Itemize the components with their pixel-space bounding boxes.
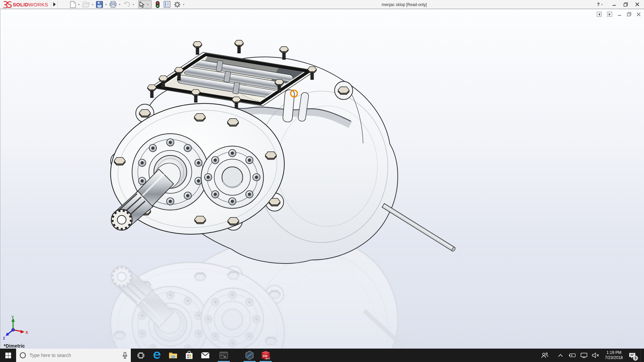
microphone-icon[interactable] <box>122 352 127 359</box>
titlebar: SOLIDWORKS ▼ ▼ ▼ <box>0 0 644 9</box>
window-controls: ? ▼ <box>597 2 640 7</box>
new-document-button[interactable] <box>69 0 77 8</box>
hexagon-app-icon <box>245 351 254 360</box>
file-properties-icon <box>164 1 170 8</box>
store-icon <box>185 351 193 360</box>
network-icon <box>580 353 588 358</box>
cmd-icon-text: C:\ <box>221 354 224 357</box>
quick-access-toolbar: ▼ ▼ ▼ ▼ <box>69 0 187 8</box>
rebuild-traffic-light-icon <box>156 1 160 8</box>
undo-button[interactable] <box>122 0 131 8</box>
file-properties-button[interactable] <box>163 0 171 8</box>
mail-button[interactable] <box>200 349 211 362</box>
store-button[interactable] <box>184 349 195 362</box>
tray-date: 7/23/2018 <box>605 355 623 360</box>
file-explorer-icon <box>169 352 177 359</box>
chevron-up-icon <box>558 354 563 357</box>
cortana-icon <box>19 352 26 359</box>
mail-icon <box>201 352 210 359</box>
clock[interactable]: 1:19 PM 7/23/2018 <box>604 350 624 360</box>
x-axis-label: X <box>25 330 28 335</box>
gearbox-3d-canvas[interactable] <box>0 9 644 348</box>
tray-time: 1:19 PM <box>605 350 623 355</box>
left-pane-arrow-icon <box>598 13 600 16</box>
options-gear-icon <box>174 1 181 8</box>
taskbar: C:\ SW 2017 <box>0 349 644 362</box>
doc-minimize-icon[interactable] <box>618 12 622 16</box>
undo-arrow-icon <box>123 1 130 7</box>
save-floppy-icon <box>96 1 103 8</box>
file-explorer-button[interactable] <box>168 349 178 362</box>
x-axis-arrow <box>20 330 24 334</box>
new-dropdown-arrow[interactable]: ▼ <box>78 3 80 6</box>
z-axis-label: Z <box>3 337 5 340</box>
people-button[interactable] <box>541 349 548 362</box>
taskbar-search[interactable] <box>16 349 131 362</box>
undo-dropdown-arrow[interactable]: ▼ <box>132 3 135 6</box>
search-input[interactable] <box>30 353 119 358</box>
restore-icon <box>624 2 628 7</box>
print-button[interactable] <box>109 0 117 8</box>
options-dropdown-arrow[interactable]: ▼ <box>182 3 185 6</box>
menu-expand-arrow-icon <box>53 2 56 6</box>
doc-restore-icon[interactable] <box>627 12 631 16</box>
save-dropdown-arrow[interactable]: ▼ <box>105 3 107 6</box>
rebuild-button[interactable] <box>155 0 160 8</box>
close-button[interactable] <box>635 2 639 6</box>
show-right-pane-button[interactable] <box>607 12 612 17</box>
menu-expand-button[interactable] <box>51 1 58 8</box>
select-button[interactable]: ▼ <box>138 0 152 8</box>
open-button[interactable] <box>82 0 90 8</box>
edge-button[interactable] <box>152 349 162 362</box>
network-button[interactable] <box>580 349 588 362</box>
battery-charging-icon <box>569 353 576 358</box>
sw-icon-year: 2017 <box>266 358 270 360</box>
print-dropdown-arrow[interactable]: ▼ <box>118 3 121 6</box>
document-title: menjac sklop [Read-only] <box>382 0 427 9</box>
solidworks-taskbar-button[interactable]: SW 2017 <box>260 349 271 362</box>
system-tray: 1:19 PM 7/23/2018 3 <box>541 349 642 362</box>
volume-button[interactable] <box>592 349 599 362</box>
open-dropdown-arrow[interactable]: ▼ <box>91 3 94 6</box>
solidworks-logo-text: SOLIDWORKS <box>13 2 48 7</box>
triad-origin <box>12 328 15 331</box>
print-icon <box>109 1 117 8</box>
options-button[interactable] <box>173 0 181 8</box>
document-window-controls <box>597 12 641 17</box>
solidworks-2017-icon: SW 2017 <box>261 351 270 360</box>
people-icon <box>541 352 548 358</box>
action-center-button[interactable]: 3 <box>629 349 636 362</box>
show-desktop-button[interactable] <box>640 349 642 362</box>
notification-badge: 3 <box>633 356 638 361</box>
task-view-button[interactable] <box>136 349 146 362</box>
hidden-icons-button[interactable] <box>557 349 564 362</box>
minimize-button[interactable] <box>612 2 616 6</box>
command-prompt-icon: C:\ <box>219 352 228 359</box>
help-dropdown-arrow[interactable]: ▼ <box>601 3 603 6</box>
view-orientation-label: *Dimetric <box>4 343 25 349</box>
save-button[interactable] <box>95 0 104 8</box>
battery-button[interactable] <box>569 349 576 362</box>
gearbox-model[interactable] <box>103 40 456 263</box>
start-button[interactable] <box>0 349 16 362</box>
right-pane-arrow-icon <box>608 13 611 16</box>
show-left-pane-button[interactable] <box>597 12 602 17</box>
orientation-triad[interactable]: Y X Z <box>2 315 30 341</box>
restore-button[interactable] <box>624 2 628 7</box>
edge-icon <box>153 351 161 360</box>
solidworks-logo: SOLIDWORKS <box>3 1 48 8</box>
sw-icon-text: SW <box>263 354 268 358</box>
select-cursor-icon <box>139 1 145 8</box>
solidworks-logo-icon <box>3 1 12 8</box>
graphics-viewport[interactable]: Y X Z *Dimetric <box>0 9 644 349</box>
minimize-icon <box>612 2 616 6</box>
task-view-icon <box>137 352 145 359</box>
hexagon-app-button[interactable] <box>244 349 255 362</box>
volume-muted-icon <box>592 353 599 358</box>
select-dropdown-arrow[interactable]: ▼ <box>147 3 149 6</box>
command-prompt-button[interactable]: C:\ <box>218 349 229 362</box>
help-button[interactable]: ? ▼ <box>597 2 605 7</box>
windows-logo-icon <box>5 353 11 358</box>
doc-close-icon[interactable] <box>637 12 641 16</box>
close-icon <box>635 2 639 6</box>
